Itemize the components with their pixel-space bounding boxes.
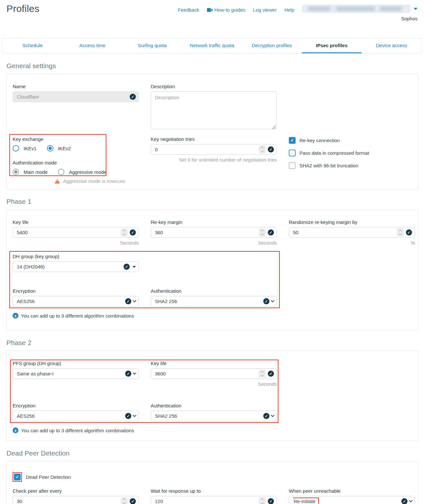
page-header: Profiles Feedback How-to guides Log view…	[0, 0, 424, 21]
chevron-down-icon	[133, 371, 136, 374]
when-unreachable-select[interactable]: Re-initiate ✓	[289, 496, 415, 504]
phase1-encryption-group: Encryption AES256 ✓	[13, 288, 139, 307]
key-exchange-group: Key exchange IKEv1 IKEv2 Authentication …	[13, 136, 139, 184]
check-peer-input[interactable]: 30 ✓	[13, 496, 139, 504]
compressed-format-label: Pass data in compressed format	[299, 150, 369, 156]
key-life-group: Key life 5400 ✓ Seconds	[13, 219, 139, 246]
annotation-box-dpd-checkbox: ✓	[13, 472, 22, 482]
phase1-authentication-group: Authentication SHA2 256 ✓	[151, 288, 277, 307]
check-peer-label: Check peer after every	[13, 488, 139, 494]
rekey-connection-checkbox[interactable]: ✓	[289, 137, 296, 144]
phase1-note: You can add up to 3 different algorithm …	[21, 313, 134, 319]
valid-check-badge-icon: ✓	[125, 298, 131, 304]
number-stepper[interactable]	[121, 497, 128, 504]
phase2-encryption-select[interactable]: AES256 ✓	[13, 411, 139, 421]
howto-guides-label: How-to guides	[214, 7, 245, 13]
aggressive-mode-label: Aggressive mode	[69, 169, 106, 175]
key-negotiation-label: Key negotiation tries	[151, 136, 277, 142]
number-stepper[interactable]	[397, 228, 404, 236]
randomize-margin-input[interactable]: 50 ✓	[289, 227, 415, 238]
valid-check-badge-icon: ✓	[401, 498, 408, 504]
rekey-margin-input[interactable]: 360 ✓	[151, 227, 277, 238]
radio-ikev2[interactable]	[47, 145, 53, 152]
key-life-input[interactable]: 5400 ✓	[13, 227, 139, 238]
encryption-label: Encryption	[13, 288, 139, 294]
valid-check-badge-icon: ✓	[268, 498, 274, 504]
log-viewer-link[interactable]: Log viewer	[253, 7, 277, 13]
phase2-authentication-select[interactable]: SHA2 256 ✓	[151, 411, 277, 421]
number-stepper[interactable]	[259, 370, 266, 378]
aggressive-warning-text: Aggressive mode is insecure	[63, 178, 125, 184]
dpd-enable-checkbox[interactable]: ✓	[14, 474, 21, 480]
rekey-margin-unit: Seconds	[151, 240, 277, 246]
valid-check-badge-icon: ✓	[406, 229, 412, 236]
dh-group-select[interactable]: 14 (DH2048) ✓	[13, 261, 139, 272]
number-stepper[interactable]	[121, 228, 128, 236]
caret-down-icon	[133, 266, 136, 268]
description-field-group: Description	[151, 84, 277, 130]
tab-decryption-profiles[interactable]: Decryption profiles	[242, 38, 302, 53]
profiles-tabbar: Schedule Access time Surfing quota Netwo…	[2, 38, 422, 54]
phase1-encryption-select[interactable]: AES256 ✓	[13, 296, 139, 307]
dh-group-label: DH group (key group)	[13, 254, 139, 259]
general-checkbox-stack: ✓ Re-key connection ✓ Pass data in compr…	[289, 137, 415, 169]
feedback-link[interactable]: Feedback	[178, 7, 199, 13]
rekey-margin-label: Re-key margin	[151, 219, 277, 225]
valid-check-badge-icon: ✓	[263, 298, 269, 304]
phase2-heading: Phase 2	[6, 339, 424, 347]
name-input: Cloudflare ✓	[13, 91, 139, 102]
page-title: Profiles	[6, 3, 39, 21]
tab-access-time[interactable]: Access time	[62, 38, 122, 53]
device-selector[interactable]	[302, 5, 410, 13]
rekey-margin-group: Re-key margin 360 ✓ Seconds	[151, 219, 277, 246]
tab-ipsec-profiles[interactable]: IPsec profiles	[302, 38, 362, 53]
valid-check-badge-icon: ✓	[130, 229, 136, 236]
chevron-down-icon	[133, 299, 136, 302]
dpd-heading: Dead Peer Detection	[6, 449, 424, 457]
key-negotiation-input[interactable]: 0 ✓	[151, 144, 277, 155]
description-label: Description	[151, 84, 277, 89]
chevron-down-icon[interactable]	[414, 8, 418, 10]
tab-schedule[interactable]: Schedule	[3, 38, 62, 53]
help-link[interactable]: Help	[284, 7, 294, 13]
tab-network-traffic-quota[interactable]: Network traffic quota	[182, 38, 242, 53]
compressed-format-checkbox[interactable]: ✓	[289, 150, 296, 156]
pfs-group-select[interactable]: Same as phase-I ✓	[13, 368, 139, 379]
wait-response-input[interactable]: 120 ✓	[151, 496, 277, 504]
key-life-label: Key life	[151, 361, 277, 366]
key-negotiation-help: Set 0 for unlimited number of negotiatio…	[151, 157, 277, 163]
auth-mode-label: Authentication mode	[13, 160, 139, 165]
dpd-enable-label: Dead Peer Detection	[26, 474, 71, 480]
check-peer-group: Check peer after every 30 ✓ Seconds	[13, 488, 139, 504]
video-camera-icon	[207, 8, 212, 12]
description-input[interactable]	[151, 91, 277, 129]
name-field-group: Name Cloudflare ✓	[13, 84, 139, 102]
radio-main-mode	[13, 169, 19, 175]
sha2-truncation-label: SHA2 with 96-bit truncation	[299, 163, 358, 168]
sha2-truncation-checkbox: ✓	[289, 162, 296, 169]
key-life-unit: Seconds	[151, 381, 277, 387]
valid-check-badge-icon: ✓	[130, 498, 136, 504]
authentication-label: Authentication	[151, 288, 277, 294]
number-stepper[interactable]	[259, 145, 266, 153]
valid-check-badge-icon: ✓	[125, 371, 131, 377]
number-stepper[interactable]	[259, 497, 266, 504]
add-combination-icon[interactable]: +	[13, 313, 18, 319]
phase2-key-life-group: Key life 3600 ✓ Seconds	[151, 361, 277, 387]
tab-device-access[interactable]: Device access	[362, 38, 421, 53]
add-combination-icon[interactable]: +	[13, 427, 18, 433]
howto-guides-link[interactable]: How-to guides	[207, 7, 245, 13]
key-exchange-label: Key exchange	[13, 136, 139, 142]
phase1-authentication-select[interactable]: SHA2 256 ✓	[151, 296, 277, 307]
tab-surfing-quota[interactable]: Surfing quota	[122, 38, 182, 53]
ikev1-label: IKEv1	[24, 146, 37, 151]
ikev2-label: IKEv2	[58, 146, 71, 151]
chevron-down-icon	[133, 413, 136, 417]
valid-check-badge-icon: ✓	[268, 371, 274, 377]
rekey-connection-label: Re-key connection	[299, 138, 340, 143]
phase2-key-life-input[interactable]: 3600 ✓	[151, 368, 277, 379]
radio-ikev1[interactable]	[13, 145, 19, 152]
when-unreachable-group: When peer unreachable Re-initiate ✓	[289, 488, 415, 504]
number-stepper[interactable]	[259, 228, 266, 236]
chevron-down-icon	[271, 413, 274, 417]
